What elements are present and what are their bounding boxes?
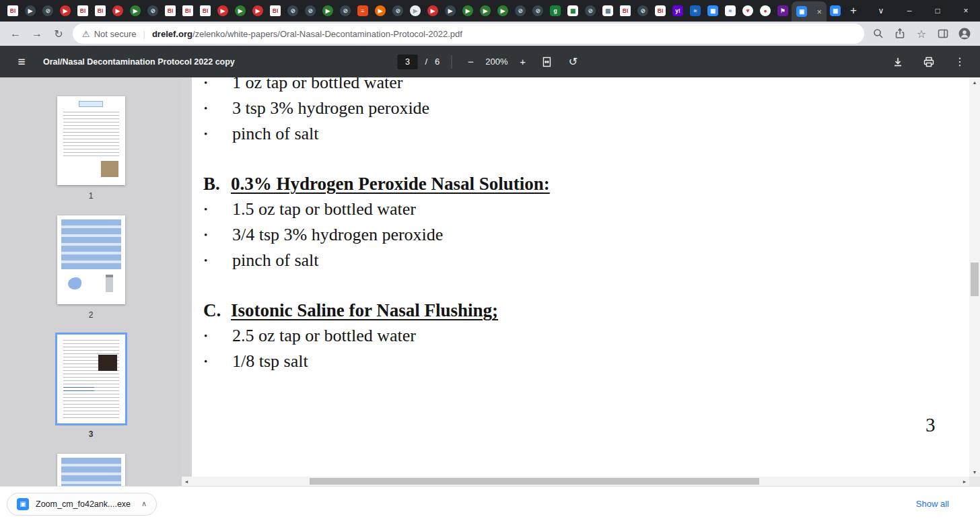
tab-zoom-active[interactable]: ▣× [792,1,827,22]
tab-bitchute[interactable]: BI [267,2,284,20]
scroll-up-icon[interactable]: ▲ [969,77,980,87]
thumbnail-page-3-selected[interactable] [57,335,125,423]
tab-video-dark[interactable]: ▶ [442,2,459,20]
zoom-indicator-icon[interactable] [868,24,888,44]
bookmark-star-icon[interactable]: ☆ [911,24,932,44]
tab-zoom-2-favicon: ▣ [830,5,841,16]
thumbnail-label-2: 2 [89,310,94,320]
thumbnail-page-4[interactable] [57,454,125,486]
pdf-menu-icon[interactable]: ≡ [11,55,32,69]
zoom-level[interactable]: 200% [485,57,508,67]
thumbnail-page-1[interactable] [57,96,125,185]
tab-video-green[interactable]: ▶ [319,2,337,20]
new-tab-button[interactable]: + [844,1,863,20]
vertical-scroll-thumb[interactable] [971,263,979,296]
close-button[interactable]: × [952,0,980,22]
profile-avatar[interactable] [954,24,975,44]
tab-blocked[interactable]: ⊘ [529,2,547,20]
tab-bitchute[interactable]: BI [617,2,634,20]
download-chevron-icon[interactable]: ∧ [141,499,147,508]
tab-drop-red[interactable]: ● [757,2,774,20]
thumbnail-page-2[interactable] [57,215,125,304]
tab-video-green-favicon: ▶ [480,5,491,16]
tab-wave-blue[interactable]: ≈ [687,2,704,20]
tab-blocked[interactable]: ⊘ [389,2,407,20]
tab-video-green[interactable]: ▶ [232,2,249,20]
tab-bitchute[interactable]: BI [162,2,179,20]
show-all-downloads-button[interactable]: Show all [916,499,949,509]
more-options-kebab-icon[interactable]: ⋮ [950,53,969,71]
tab-bitchute[interactable]: BI [4,2,22,20]
back-button[interactable]: ← [5,24,26,44]
tab-search-chevron-icon[interactable]: ∨ [867,0,895,22]
rotate-button[interactable]: ↺ [564,53,583,71]
tab-sheet-gray[interactable]: ▦ [599,2,617,20]
scroll-down-icon[interactable]: ▼ [969,467,980,477]
reload-button[interactable]: ↻ [48,24,69,44]
tab-zoom-blue[interactable]: ▣ [704,2,722,20]
tab-pin-red[interactable]: ▼ [739,2,757,20]
tab-video-red[interactable]: ▶ [214,2,232,20]
thumb4-table-preview [61,458,121,486]
tab-blocked[interactable]: ⊘ [284,2,302,20]
zoom-out-button[interactable]: − [463,56,478,67]
tab-blocked[interactable]: ⊘ [144,2,162,20]
tab-video-red[interactable]: ▶ [249,2,267,20]
tab-bitchute[interactable]: BI [197,2,214,20]
toolbar-divider [451,55,452,69]
tab-doc-gray[interactable]: ▶ [407,2,424,20]
tab-blocked[interactable]: ⊘ [39,2,57,20]
share-icon[interactable] [890,24,910,44]
tab-video-red[interactable]: ▶ [57,2,74,20]
tab-blocked[interactable]: ⊘ [302,2,319,20]
tab-blocked[interactable]: ⊘ [512,2,529,20]
page-number-input[interactable]: 3 [397,55,417,69]
address-bar[interactable]: ⚠ Not secure | drelef.org/zelenko/white-… [73,24,864,44]
thumb3-image-preview [98,355,117,371]
tab-yahoo[interactable]: y! [669,2,687,20]
bullet-icon: • [202,197,232,222]
scroll-right-icon[interactable]: ► [960,477,969,486]
scroll-left-icon[interactable]: ◄ [182,477,191,486]
tab-bitchute-light[interactable]: BI [652,2,669,20]
tab-video-red[interactable]: ▶ [109,2,127,20]
tab-sheet-green[interactable]: ▦ [564,2,582,20]
tab-bitchute[interactable]: BI [74,2,92,20]
minimize-button[interactable]: – [895,0,923,22]
thumbnail-block-2: 2 [57,215,125,320]
tab-video-green[interactable]: ▶ [494,2,512,20]
tab-bitchute[interactable]: BI [179,2,197,20]
print-button[interactable] [919,53,938,71]
download-filename: Zoom_cm_fo42ank....exe [36,499,131,509]
security-status-text[interactable]: Not secure [94,29,137,39]
tab-zoom-2[interactable]: ▣ [827,2,844,20]
tab-bitchute[interactable]: BI [92,2,109,20]
download-button[interactable] [888,53,907,71]
tab-chart[interactable]: ≈ [722,2,739,20]
tab-video-red-favicon: ▶ [252,5,263,16]
tab-video-green[interactable]: ▶ [459,2,477,20]
tab-blocked[interactable]: ⊘ [337,2,354,20]
tab-flag-purple[interactable]: ⚑ [774,2,792,20]
tab-video-dark[interactable]: ▶ [22,2,39,20]
maximize-button[interactable]: □ [923,0,952,22]
tab-video-red[interactable]: ▶ [424,2,442,20]
tab-blocked[interactable]: ⊘ [582,2,599,20]
zoom-in-button[interactable]: + [516,56,530,67]
vertical-scrollbar[interactable]: ▲ ▼ [969,77,980,477]
download-item[interactable]: ▣ Zoom_cm_fo42ank....exe ∧ [7,493,157,516]
tab-g-green[interactable]: g [547,2,564,20]
tab-video-green[interactable]: ▶ [477,2,494,20]
horizontal-scrollbar[interactable]: ◄ ► [182,477,969,486]
tab-blocked[interactable]: ⊘ [634,2,652,20]
tab-video-orange[interactable]: ▶ [372,2,389,20]
horizontal-scroll-thumb[interactable] [310,478,759,485]
tab-bitchute-favicon: BI [270,5,281,16]
side-panel-icon[interactable] [933,24,953,44]
list-item: •1.5 oz tap or bottled water [192,197,969,222]
forward-button[interactable]: → [27,24,47,44]
tab-close-icon[interactable]: × [816,7,822,16]
tab-menu-orange[interactable]: ≡ [354,2,372,20]
fit-page-button[interactable] [538,53,557,71]
tab-video-green[interactable]: ▶ [127,2,144,20]
